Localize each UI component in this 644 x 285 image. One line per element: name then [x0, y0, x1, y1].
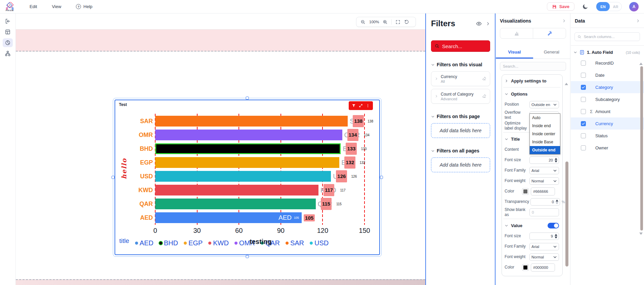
charts-view-icon[interactable] [3, 38, 13, 47]
canvas-footer-section[interactable] [16, 279, 425, 285]
setting-select[interactable]: Normal [529, 177, 559, 185]
legend-item[interactable]: USD [310, 239, 329, 247]
field-row-amount[interactable]: ΣAmount [571, 105, 644, 117]
filters-search[interactable] [431, 40, 490, 52]
legend-item[interactable]: KWD [208, 239, 229, 247]
bar-egp[interactable] [155, 157, 339, 168]
setting-select[interactable]: Arial [529, 167, 559, 174]
hierarchy-view-icon[interactable] [3, 49, 13, 58]
zoom-in-icon[interactable] [383, 20, 388, 25]
dropdown-option-inside-base[interactable]: Inside Base [530, 138, 560, 146]
resize-handle-bottom[interactable] [246, 255, 249, 258]
filters-section-all-pages[interactable]: Filters on all pages [431, 148, 490, 153]
fullscreen-icon[interactable] [395, 20, 400, 25]
bar-bhd[interactable] [155, 143, 341, 154]
scroll-up-arrow[interactable] [565, 83, 568, 85]
legend-item[interactable]: AED [135, 239, 154, 247]
bar-chart-visual[interactable]: Test hello title AEDBHDEGPKWDOMRQARSARUS… [115, 100, 380, 255]
lang-en[interactable]: EN [596, 2, 610, 11]
chart-builder-tab[interactable] [500, 28, 533, 38]
field-row-date[interactable]: Date [571, 69, 644, 81]
section-header-value[interactable]: Value [505, 220, 559, 231]
field-checkbox[interactable] [581, 109, 586, 114]
collapse-visualizations-chevron-icon[interactable] [562, 19, 566, 23]
expand-icon[interactable] [359, 104, 363, 108]
menu-help[interactable]: ? Help [76, 4, 92, 9]
section-header-apply-settings-to[interactable]: Apply settings to [505, 75, 559, 86]
eye-icon[interactable] [476, 21, 482, 27]
field-checkbox[interactable] [581, 145, 586, 150]
report-canvas[interactable]: 100% Test hello [16, 13, 425, 285]
color-hex-input[interactable] [531, 263, 555, 272]
field-row-currency[interactable]: Currency [571, 117, 644, 130]
setting-text-input[interactable] [529, 208, 559, 216]
dropdown-option-inside-end[interactable]: Inside end [530, 122, 560, 130]
filter-card[interactable]: CurrencyAll [431, 71, 490, 86]
settings-search-input[interactable] [503, 64, 563, 68]
stepper-arrows[interactable] [555, 234, 557, 239]
resize-handle-right[interactable] [380, 176, 383, 179]
columns-search-input[interactable] [584, 35, 637, 39]
dataset-node[interactable]: 1. Auto Field (10 cols) [571, 46, 644, 57]
expand-filter-chevron-icon[interactable] [435, 95, 438, 98]
stepper-up-icon[interactable] [556, 200, 558, 202]
bar-sar[interactable] [155, 116, 348, 127]
reset-view-icon[interactable] [404, 20, 409, 25]
bar-omr[interactable] [155, 130, 342, 140]
filter-funnel-icon[interactable] [352, 104, 356, 108]
field-row-subcategory[interactable]: Subcategory [571, 93, 644, 105]
collapse-panel-icon[interactable] [3, 17, 13, 26]
data-scrollbar[interactable] [640, 66, 643, 230]
resize-handle-top[interactable] [246, 97, 249, 100]
stepper-down-icon[interactable] [555, 161, 557, 163]
layout-view-icon[interactable] [3, 28, 13, 36]
legend-item[interactable]: EGP [184, 239, 203, 247]
stepper-arrows[interactable] [556, 200, 558, 204]
collapse-data-chevron-icon[interactable] [636, 19, 640, 23]
color-hex-input[interactable] [531, 187, 555, 195]
stepper-up-icon[interactable] [555, 234, 557, 236]
menu-edit[interactable]: Edit [30, 4, 37, 9]
field-checkbox[interactable] [581, 61, 586, 66]
color-swatch[interactable] [522, 188, 529, 195]
dropdown-option-outside-end[interactable]: Outside end [530, 146, 560, 154]
tab-general[interactable]: General [533, 47, 570, 59]
filters-section-page[interactable]: Filters on this page [431, 114, 490, 119]
format-tab[interactable] [533, 28, 566, 38]
bar-qar[interactable] [155, 199, 316, 209]
zoom-out-icon[interactable] [360, 20, 366, 25]
setting-select[interactable]: Outside en [529, 101, 559, 108]
expand-filter-chevron-icon[interactable] [435, 77, 438, 80]
section-header-options[interactable]: Options [505, 88, 559, 99]
field-row-status[interactable]: Status [571, 130, 644, 142]
clear-filter-eraser-icon[interactable] [482, 76, 486, 81]
stepper-up-icon[interactable] [555, 158, 557, 160]
field-checkbox[interactable] [581, 121, 586, 126]
bar-kwd[interactable] [155, 185, 318, 195]
clear-filter-eraser-icon[interactable] [482, 94, 486, 99]
dropdown-option-auto[interactable]: Auto [530, 114, 560, 122]
settings-search[interactable] [500, 62, 566, 71]
legend-item[interactable]: SAR [286, 239, 304, 247]
more-options-icon[interactable] [366, 104, 370, 108]
stepper-down-icon[interactable] [555, 237, 557, 239]
scroll-down-arrow[interactable] [639, 233, 643, 235]
page-filters-dropzone[interactable]: Add data fields here [431, 123, 490, 138]
language-toggle[interactable]: EN AR [596, 2, 622, 11]
stepper-arrows[interactable] [555, 158, 557, 163]
menu-view[interactable]: View [52, 4, 61, 9]
value-labels-toggle[interactable] [548, 223, 559, 228]
tab-visual[interactable]: Visual [496, 47, 533, 59]
avatar[interactable]: A [629, 2, 639, 11]
setting-stepper[interactable]: 0 [530, 198, 560, 206]
setting-stepper[interactable]: 20 [529, 156, 559, 164]
dark-mode-moon-icon[interactable] [582, 3, 589, 10]
field-row-recordid[interactable]: RecordID [571, 57, 644, 69]
save-button[interactable]: Save [547, 2, 574, 11]
filters-section-visual[interactable]: Filters on this visual [431, 62, 490, 67]
visualizations-scrollbar[interactable] [565, 162, 568, 266]
stepper-down-icon[interactable] [556, 202, 558, 204]
setting-select[interactable]: Arial [529, 243, 559, 250]
setting-stepper[interactable]: 9 [529, 233, 559, 240]
field-checkbox[interactable] [581, 97, 586, 102]
